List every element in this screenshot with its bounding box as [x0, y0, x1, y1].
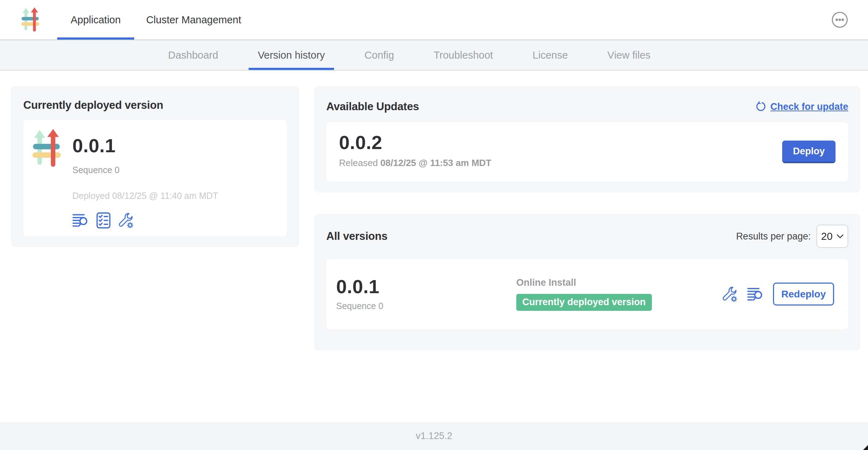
subnav-tab-dashboard[interactable]: Dashboard [159, 40, 227, 70]
console-version: v1.125.2 [416, 431, 452, 442]
admin-console-page: Application Cluster Management Dashboard [0, 0, 868, 450]
nav-tab-application[interactable]: Application [57, 0, 134, 40]
subnav-tab-view-files-label: View files [607, 49, 650, 61]
nav-tab-application-label: Application [71, 14, 121, 26]
subnav-tab-license-label: License [533, 49, 568, 61]
app-logo-icon [21, 7, 42, 32]
version-row-status-col: Online Install Currently deployed versio… [516, 277, 722, 311]
results-per-page: Results per page: 20 [736, 225, 848, 248]
released-date: 08/12/25 @ 11:53 am MDT [380, 158, 491, 168]
row-edit-config-button[interactable] [722, 286, 738, 302]
diff-lines-magnifier-icon [747, 287, 763, 301]
available-updates-header: Available Updates Check for update [326, 100, 848, 113]
install-type-label: Online Install [516, 277, 722, 288]
released-prefix: Released [339, 158, 378, 168]
currently-deployed-title: Currently deployed version [23, 99, 287, 112]
top-nav-right [831, 0, 868, 40]
right-column: Available Updates Check for update [314, 86, 860, 350]
deployed-action-icons [72, 212, 218, 229]
row-version-number: 0.0.1 [336, 277, 516, 296]
redeploy-button[interactable]: Redeploy [773, 283, 834, 306]
all-versions-header: All versions Results per page: 20 [326, 225, 848, 248]
row-view-diff-button[interactable] [747, 287, 763, 301]
edit-config-button[interactable] [118, 213, 134, 228]
results-per-page-select[interactable]: 20 [816, 225, 848, 248]
version-row-version-col: 0.0.1 Sequence 0 [336, 277, 516, 311]
subnav-tab-license[interactable]: License [523, 40, 577, 70]
nav-tab-cluster-management-label: Cluster Management [146, 14, 241, 26]
available-update-info: 0.0.2 Released 08/12/25 @ 11:53 am MDT [339, 133, 492, 168]
subnav-tab-dashboard-label: Dashboard [168, 49, 218, 61]
preflight-checklist-icon [96, 212, 111, 229]
deployed-timestamp: Deployed 08/12/25 @ 11:40 am MDT [72, 191, 218, 201]
corner-cursor-artifact [863, 445, 868, 450]
currently-deployed-badge: Currently deployed version [516, 294, 652, 311]
console-footer: v1.125.2 [0, 422, 868, 450]
ellipsis-circle-icon [831, 11, 848, 28]
deployed-version-box: 0.0.1 Sequence 0 Deployed 08/12/25 @ 11:… [23, 120, 287, 236]
check-for-update-link[interactable]: Check for update [755, 101, 848, 112]
deployed-sequence: Sequence 0 [72, 165, 218, 175]
row-sequence: Sequence 0 [336, 301, 516, 311]
all-versions-card: All versions Results per page: 20 [314, 214, 860, 350]
subnav-tab-config-label: Config [364, 49, 394, 61]
results-per-page-value: 20 [821, 231, 832, 242]
app-subnav: Dashboard Version history Config Trouble… [0, 40, 868, 71]
refresh-icon [755, 101, 766, 112]
nav-tab-cluster-management[interactable]: Cluster Management [134, 0, 253, 40]
subnav-tab-view-files[interactable]: View files [598, 40, 660, 70]
chevron-down-icon [837, 234, 844, 238]
config-wrench-gear-icon [722, 286, 738, 302]
currently-deployed-card: Currently deployed version 0.0.1 Sequenc… [11, 86, 299, 247]
version-row-actions: Redeploy [722, 283, 834, 306]
version-row: 0.0.1 Sequence 0 Online Install Currentl… [326, 259, 848, 329]
available-updates-card: Available Updates Check for update [314, 86, 860, 193]
available-update-row: 0.0.2 Released 08/12/25 @ 11:53 am MDT D… [326, 122, 848, 182]
subnav-tab-troubleshoot-label: Troubleshoot [434, 49, 493, 61]
available-updates-title: Available Updates [326, 100, 419, 113]
check-for-update-label: Check for update [770, 101, 848, 112]
top-nav: Application Cluster Management [0, 0, 868, 40]
all-versions-title: All versions [326, 230, 387, 243]
results-per-page-label: Results per page: [736, 231, 811, 242]
subnav-tab-version-history[interactable]: Version history [249, 40, 334, 70]
subnav-tab-version-history-label: Version history [258, 49, 325, 61]
preflight-checks-button[interactable] [96, 212, 111, 229]
view-diff-button[interactable] [72, 213, 89, 227]
update-released-line: Released 08/12/25 @ 11:53 am MDT [339, 158, 492, 168]
deployed-version-number: 0.0.1 [72, 136, 218, 155]
deployed-version-info: 0.0.1 Sequence 0 Deployed 08/12/25 @ 11:… [72, 136, 218, 227]
subnav-tab-config[interactable]: Config [355, 40, 403, 70]
update-version-number: 0.0.2 [339, 133, 492, 152]
main-content: Currently deployed version 0.0.1 Sequenc… [0, 71, 868, 422]
ellipsis-menu-button[interactable] [831, 11, 848, 28]
config-wrench-gear-icon [118, 213, 134, 228]
diff-lines-magnifier-icon [72, 213, 89, 227]
app-logo-icon-large [32, 129, 64, 168]
subnav-tab-troubleshoot[interactable]: Troubleshoot [424, 40, 502, 70]
deploy-button[interactable]: Deploy [782, 141, 836, 163]
